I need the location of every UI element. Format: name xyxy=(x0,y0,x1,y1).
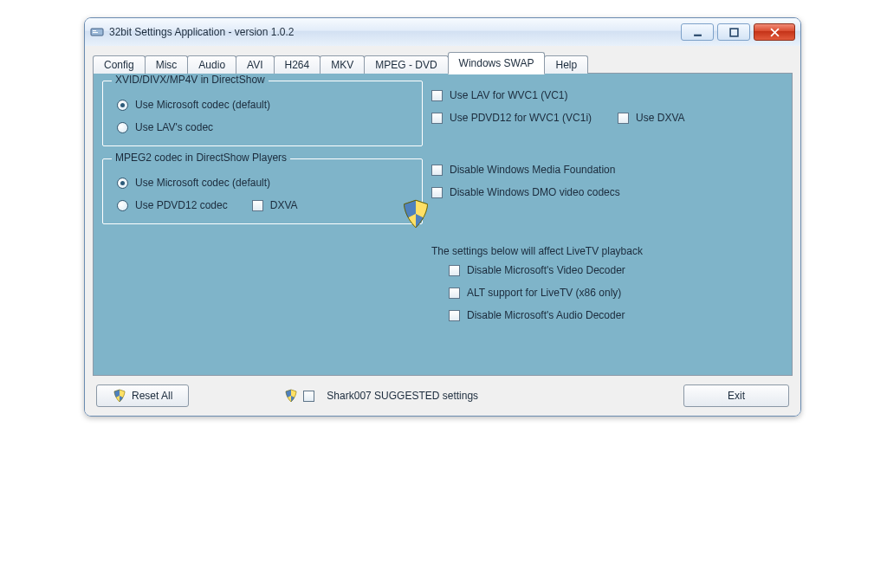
checkbox-disable-wmf[interactable]: Disable Windows Media Foundation xyxy=(431,164,783,176)
minimize-button[interactable] xyxy=(681,23,714,41)
suggested-settings[interactable]: Shark007 SUGGESTED settings xyxy=(284,389,478,403)
tab-windows-swap[interactable]: Windows SWAP xyxy=(448,52,546,74)
radio-label: Use Microsoft codec (default) xyxy=(135,99,270,111)
svg-rect-1 xyxy=(93,30,96,31)
livetv-info-text: The settings below will affect LiveTV pl… xyxy=(431,245,783,257)
checkbox-icon xyxy=(252,200,263,211)
svg-rect-2 xyxy=(93,32,98,33)
checkbox-label: Disable Windows Media Foundation xyxy=(450,164,615,176)
checkbox-icon xyxy=(431,165,443,176)
shield-row xyxy=(431,204,783,229)
tab-help[interactable]: Help xyxy=(544,55,588,74)
radio-mpeg2-ms[interactable]: Use Microsoft codec (default) xyxy=(117,177,411,189)
checkbox-icon xyxy=(449,288,460,299)
tab-strip: Config Misc Audio AVI H264 MKV MPEG - DV… xyxy=(93,51,793,74)
checkbox-dxva[interactable]: DXVA xyxy=(252,199,298,211)
radio-xvid-lav[interactable]: Use LAV's codec xyxy=(117,121,411,133)
right-column: Use LAV for WVC1 (VC1) Use PDVD12 for WV… xyxy=(431,82,783,332)
svg-rect-3 xyxy=(694,34,702,36)
checkbox-label: Disable Microsoft's Video Decoder xyxy=(467,264,625,276)
radio-label: Use Microsoft codec (default) xyxy=(135,177,270,189)
radio-icon xyxy=(117,178,128,189)
tab-misc[interactable]: Misc xyxy=(145,55,189,74)
group-mpeg2: MPEG2 codec in DirectShow Players Use Mi… xyxy=(102,158,423,224)
reset-all-button[interactable]: Reset All xyxy=(96,384,189,407)
checkbox-disable-vdec[interactable]: Disable Microsoft's Video Decoder xyxy=(449,264,783,276)
group-xvid-legend: XVID/DIVX/MP4V in DirectShow xyxy=(112,74,269,86)
checkbox-use-dxva[interactable]: Use DXVA xyxy=(618,112,684,124)
shield-icon xyxy=(284,389,298,403)
window-title: 32bit Settings Application - version 1.0… xyxy=(109,26,681,38)
checkbox-icon xyxy=(449,310,460,321)
radio-icon xyxy=(117,122,128,133)
window-buttons xyxy=(681,23,795,41)
button-label: Reset All xyxy=(132,390,172,402)
checkbox-icon xyxy=(449,265,460,276)
maximize-button[interactable] xyxy=(717,23,750,41)
checkbox-alt-livetv[interactable]: ALT support for LiveTV (x86 only) xyxy=(449,287,783,299)
left-column: XVID/DIVX/MP4V in DirectShow Use Microso… xyxy=(102,81,423,236)
checkbox-label: DXVA xyxy=(270,199,298,211)
shield-icon xyxy=(400,198,431,229)
tab-audio[interactable]: Audio xyxy=(187,55,236,74)
titlebar[interactable]: 32bit Settings Application - version 1.0… xyxy=(85,18,800,46)
tab-mpeg-dvd[interactable]: MPEG - DVD xyxy=(364,55,448,74)
tab-body: XVID/DIVX/MP4V in DirectShow Use Microso… xyxy=(93,73,793,376)
radio-mpeg2-pdvd[interactable]: Use PDVD12 codec DXVA xyxy=(117,199,411,211)
checkbox-disable-dmo[interactable]: Disable Windows DMO video codecs xyxy=(431,186,783,198)
checkbox-icon xyxy=(303,391,314,402)
radio-icon xyxy=(117,200,128,211)
group-xvid: XVID/DIVX/MP4V in DirectShow Use Microso… xyxy=(102,81,423,146)
shield-icon xyxy=(113,389,126,403)
checkbox-icon xyxy=(431,113,443,124)
group-mpeg2-legend: MPEG2 codec in DirectShow Players xyxy=(112,152,290,164)
checkbox-icon xyxy=(618,113,629,124)
button-label: Exit xyxy=(728,390,745,402)
radio-label: Use LAV's codec xyxy=(135,121,213,133)
app-icon xyxy=(90,25,104,39)
bottom-bar: Reset All Shark007 SUGGESTED settings Ex… xyxy=(93,376,793,407)
close-button[interactable] xyxy=(754,23,795,41)
exit-button[interactable]: Exit xyxy=(683,384,789,407)
checkbox-pdvd-wvc1[interactable]: Use PDVD12 for WVC1 (VC1i) xyxy=(431,112,592,124)
checkbox-lav-wvc1[interactable]: Use LAV for WVC1 (VC1) xyxy=(431,89,783,101)
tab-config[interactable]: Config xyxy=(93,55,146,74)
checkbox-label: Disable Microsoft's Audio Decoder xyxy=(467,309,625,321)
checkbox-icon xyxy=(431,187,443,198)
checkbox-label: Shark007 SUGGESTED settings xyxy=(327,390,478,402)
checkbox-label: Disable Windows DMO video codecs xyxy=(450,186,620,198)
checkbox-label: Use PDVD12 for WVC1 (VC1i) xyxy=(450,112,592,124)
client-area: Config Misc Audio AVI H264 MKV MPEG - DV… xyxy=(85,46,800,416)
checkbox-disable-adec[interactable]: Disable Microsoft's Audio Decoder xyxy=(449,309,783,321)
radio-xvid-ms[interactable]: Use Microsoft codec (default) xyxy=(117,99,411,111)
tab-mkv[interactable]: MKV xyxy=(320,55,365,74)
checkbox-icon xyxy=(431,90,443,101)
radio-icon xyxy=(117,100,128,111)
tab-avi[interactable]: AVI xyxy=(236,55,274,74)
radio-label: Use PDVD12 codec xyxy=(135,199,228,211)
checkbox-label: ALT support for LiveTV (x86 only) xyxy=(467,287,621,299)
checkbox-label: Use DXVA xyxy=(636,112,684,124)
tab-h264[interactable]: H264 xyxy=(274,55,321,74)
checkbox-label: Use LAV for WVC1 (VC1) xyxy=(450,89,567,101)
app-window: 32bit Settings Application - version 1.0… xyxy=(84,17,801,417)
svg-rect-4 xyxy=(730,29,738,36)
